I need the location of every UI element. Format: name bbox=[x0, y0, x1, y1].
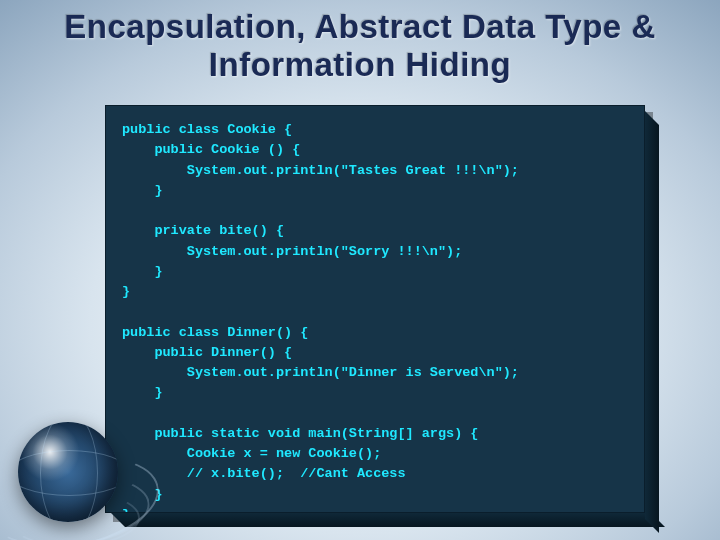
code-block-extrude-bottom bbox=[111, 513, 665, 527]
code-block-container: public class Cookie { public Cookie () {… bbox=[105, 105, 645, 513]
code-block: public class Cookie { public Cookie () {… bbox=[105, 105, 645, 513]
code-block-extrude-right bbox=[645, 111, 659, 533]
globe-icon bbox=[18, 422, 118, 522]
slide-title: Encapsulation, Abstract Data Type & Info… bbox=[0, 0, 720, 84]
